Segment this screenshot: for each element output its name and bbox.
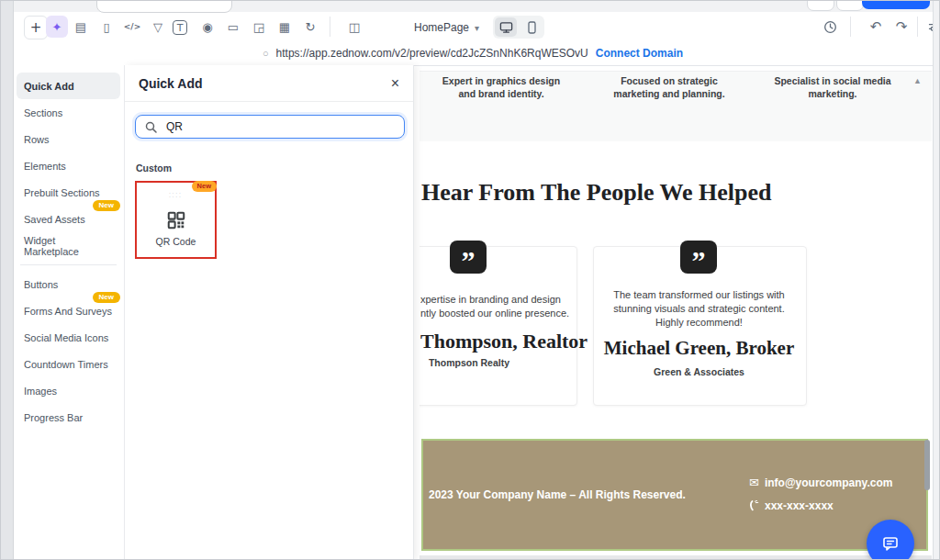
intro-text: marketing and planning. <box>591 87 747 100</box>
testimonial-card <box>420 246 577 406</box>
shapes-icon[interactable]: ◉ <box>196 16 218 38</box>
layout-columns-icon[interactable]: ◫ <box>343 16 365 38</box>
quick-add-panel: Quick Add × Custom New ∙∙∙∙ ∙∙∙∙ QR Code <box>125 65 414 560</box>
canvas-bottom-edge <box>420 555 932 560</box>
sidebar-item-images[interactable]: Images <box>17 377 120 404</box>
sidebar-item-label: Buttons <box>24 279 58 290</box>
notes-icon[interactable]: ▯ <box>95 16 118 38</box>
text-element-icon[interactable]: T <box>173 20 187 35</box>
testimonial-company: Thompson Realty <box>420 357 576 368</box>
sidebar-item-label: Sections <box>24 107 62 118</box>
qr-code-widget-card[interactable]: New ∙∙∙∙ ∙∙∙∙ QR Code <box>135 181 217 259</box>
preview-url[interactable]: https://app.zednow.com/v2/preview/cd2JcZ… <box>276 47 588 60</box>
toolbar-divider <box>330 17 330 37</box>
desktop-view-button[interactable] <box>495 17 517 37</box>
sidebar-item-label: Elements <box>24 161 66 172</box>
history-icon[interactable] <box>819 16 841 38</box>
redo-icon[interactable]: ↷ <box>890 16 912 38</box>
top-button-partial[interactable] <box>836 0 864 11</box>
undo-icon[interactable]: ↶ <box>865 16 887 38</box>
quote-line: ntly boosted our online presence. <box>420 307 586 320</box>
sidebar-item-label: Images <box>24 386 57 397</box>
sidebar-item-social-media-icons[interactable]: Social Media Icons <box>17 324 120 351</box>
testimonial-name: Thompson, Realtor <box>420 330 588 353</box>
drag-handle-icon[interactable]: ∙∙∙∙ ∙∙∙∙ <box>137 191 215 198</box>
primary-top-button-partial[interactable] <box>862 0 930 9</box>
funnel-icon[interactable]: ▽ <box>147 16 169 38</box>
footer-email: info@yourcompany.com <box>765 476 893 489</box>
layers-icon[interactable]: ▤ <box>70 16 92 38</box>
code-icon[interactable]: </> <box>121 16 143 38</box>
site-preview-canvas: Expert in graphics design and brand iden… <box>420 65 932 560</box>
intro-text: Focused on strategic <box>591 74 747 87</box>
toolbar-divider <box>917 17 918 37</box>
close-icon[interactable]: × <box>391 75 399 92</box>
widget-label: QR Code <box>137 236 215 247</box>
media-search-icon[interactable]: ◲ <box>248 16 270 38</box>
search-input[interactable] <box>164 119 370 134</box>
chat-bubble-icon <box>881 534 900 553</box>
sidebar-item-label: Progress Bar <box>24 412 83 423</box>
sidebar-item-quick-add[interactable]: Quick Add <box>17 73 120 99</box>
envelope-icon: ✉ <box>749 476 759 489</box>
window-right-edge <box>933 1 940 560</box>
widget-search-box <box>135 115 405 139</box>
sidebar-divider <box>20 264 117 265</box>
sync-icon[interactable]: ↻ <box>299 16 321 38</box>
intro-text: and brand identity. <box>423 87 579 100</box>
editor-toolbar: + ✦ ▤ ▯ </> ▽ T ◉ ▭ ◲ ▦ ↻ ◫ HomePage ▾ ↶ <box>13 12 933 42</box>
quote-line: xpertise in branding and design <box>420 293 586 307</box>
intro-text: marketing. <box>755 87 911 100</box>
sidebar-item-saved-assets[interactable]: Saved Assets New <box>17 206 120 232</box>
sidebar-item-label: Prebuilt Sections <box>24 187 100 198</box>
sidebar-item-widget-marketplace[interactable]: Widget Marketplace <box>17 232 120 259</box>
sidebar-item-label: Saved Assets <box>24 214 85 225</box>
top-button-partial[interactable] <box>807 0 834 11</box>
sidebar-item-countdown-timers[interactable]: Countdown Timers <box>17 351 120 377</box>
sidebar-item-forms-and-surveys[interactable]: Forms And Surveys New <box>17 297 120 324</box>
testimonial-name: Michael Green, Broker <box>593 337 805 360</box>
footer-phone-row: xxx-xxx-xxxx <box>749 499 834 512</box>
chat-fab-button[interactable] <box>867 520 914 560</box>
image-element-icon[interactable]: ▦ <box>274 16 296 38</box>
intro-column-1: Expert in graphics design and brand iden… <box>423 74 579 100</box>
testimonials-heading: Hear From The People We Helped <box>421 179 772 207</box>
site-footer: 2023 Your Company Name – All Rights Rese… <box>421 439 928 551</box>
mobile-view-button[interactable] <box>520 17 543 37</box>
connect-domain-link[interactable]: Connect Domain <box>596 47 683 60</box>
quote-line: Highly recommend! <box>593 316 805 330</box>
preview-url-bar: ○ https://app.zednow.com/v2/preview/cd2J… <box>13 41 933 66</box>
panel-header: Quick Add × <box>125 65 413 102</box>
scroll-to-top-icon[interactable]: ▲ <box>913 76 922 85</box>
sidebar-item-elements[interactable]: Elements <box>17 152 120 179</box>
sidebar-item-label: Forms And Surveys <box>24 306 112 317</box>
sidebar-item-label: Widget Marketplace <box>24 235 113 257</box>
phone-icon <box>749 500 759 511</box>
intro-text: Expert in graphics design <box>423 74 579 87</box>
search-icon <box>145 121 157 133</box>
device-preview-toggle <box>493 16 544 39</box>
sidebar-item-sections[interactable]: Sections <box>17 99 120 126</box>
testimonial-company: Green & Associates <box>593 366 805 377</box>
preview-scrollbar[interactable] <box>924 440 930 490</box>
testimonial-quote: The team transformed our listings with s… <box>593 288 805 330</box>
footer-email-row: ✉ info@yourcompany.com <box>749 476 892 489</box>
add-element-button[interactable]: + <box>24 16 48 39</box>
quote-icon: ” <box>450 241 487 274</box>
qr-code-icon <box>166 210 186 230</box>
sidebar-item-progress-bar[interactable]: Progress Bar <box>17 404 120 431</box>
intro-column-2: Focused on strategic marketing and plann… <box>591 74 747 100</box>
url-status-icon: ○ <box>263 48 269 59</box>
sidebar-item-rows[interactable]: Rows <box>17 126 120 152</box>
panel-title: Quick Add <box>139 76 203 91</box>
ai-assist-button[interactable]: ✦ <box>46 16 68 38</box>
quote-icon: ” <box>680 241 717 274</box>
page-selector-dropdown[interactable]: HomePage ▾ <box>414 17 479 38</box>
chevron-down-icon: ▾ <box>475 23 479 33</box>
card-element-icon[interactable]: ▭ <box>222 16 244 38</box>
sidebar-item-label: Quick Add <box>24 81 74 92</box>
section-label: Custom <box>136 162 172 174</box>
testimonial-quote: xpertise in branding and design ntly boo… <box>420 293 586 320</box>
new-badge: New <box>93 200 120 211</box>
sidebar-item-label: Countdown Timers <box>24 359 108 370</box>
